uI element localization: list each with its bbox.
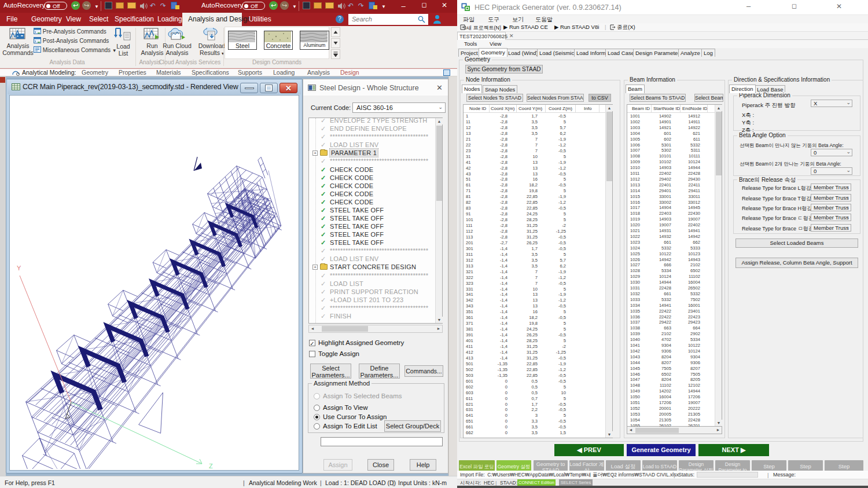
svg-text:Z: Z <box>209 463 213 469</box>
svg-text:Y: Y <box>17 265 21 271</box>
